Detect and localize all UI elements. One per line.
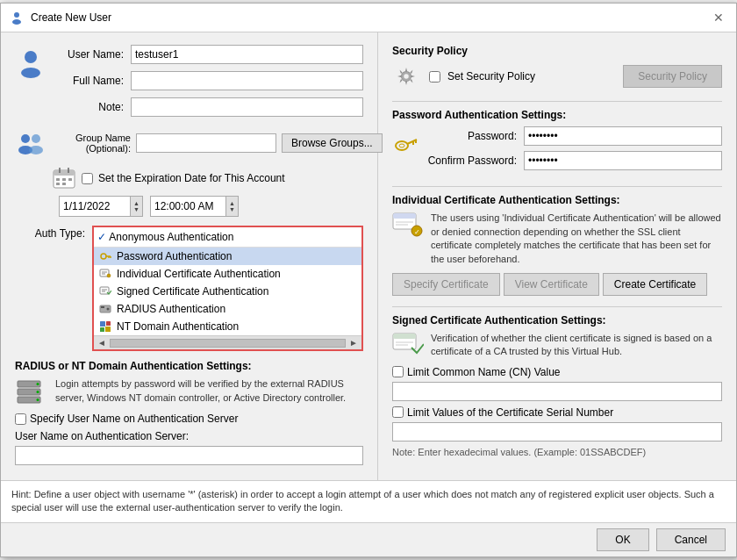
security-policy-button[interactable]: Security Policy <box>623 65 722 88</box>
limit-serial-checkbox[interactable] <box>392 406 404 418</box>
svg-point-39 <box>37 391 39 393</box>
create-certificate-button[interactable]: Create Certificate <box>603 273 707 296</box>
group-name-input[interactable] <box>136 133 276 153</box>
password-auth-title: Password Authentication Settings: <box>392 109 722 121</box>
svg-point-0 <box>14 12 19 18</box>
svg-point-6 <box>32 134 40 143</box>
scroll-thumb[interactable] <box>110 339 346 348</box>
svg-point-44 <box>399 144 404 147</box>
view-certificate-button[interactable]: View Certificate <box>504 273 599 296</box>
note-row: Note: <box>52 97 363 117</box>
limit-cn-checkbox[interactable] <box>392 366 404 377</box>
specify-user-checkbox[interactable] <box>15 413 26 425</box>
date-arrow-down-icon: ▼ <box>133 206 140 212</box>
time-input[interactable] <box>151 197 225 215</box>
svg-rect-31 <box>100 321 105 327</box>
svg-rect-14 <box>68 178 72 181</box>
username-server-input[interactable] <box>15 446 363 465</box>
scroll-right-icon[interactable]: ► <box>349 338 358 348</box>
signed-cert-row: Verification of whether the client certi… <box>392 332 722 359</box>
right-panel: Security Policy <box>378 32 736 479</box>
radius-description-text: Login attempts by password will be verif… <box>55 377 363 405</box>
cert-row: ✓ The users using 'Individual Certificat… <box>392 212 722 266</box>
hint-bar: Hint: Define a user object with username… <box>1 480 736 522</box>
note-input[interactable] <box>131 97 363 117</box>
certificate-icon: ✓ <box>392 212 424 238</box>
group-avatar-icon <box>15 127 47 159</box>
svg-point-1 <box>12 19 21 25</box>
svg-rect-16 <box>62 183 66 185</box>
auth-option-individual-cert[interactable]: Individual Certificate Authentication <box>94 265 361 283</box>
signed-cert-options: Limit Common Name (CN) Value Limit Value… <box>392 366 722 457</box>
fullname-row: Full Name: <box>52 71 363 90</box>
radius-section-title: RADIUS or NT Domain Authentication Setti… <box>15 360 363 372</box>
auth-dropdown-header[interactable]: ✓ Anonymous Authentication <box>94 227 361 247</box>
time-arrow-btn[interactable]: ▲ ▼ <box>225 197 238 216</box>
svg-rect-9 <box>54 170 75 176</box>
auth-option-signed-cert[interactable]: Signed Certificate Authentication <box>94 283 361 300</box>
note-text: Note: Enter hexadecimal values. (Example… <box>392 447 722 457</box>
signed-cert-title: Signed Certificate Authentication Settin… <box>392 314 722 327</box>
specify-user-label: Specify User Name on Authentication Serv… <box>30 413 238 425</box>
username-input[interactable] <box>131 45 363 64</box>
password-fields: Password: Confirm Password: <box>427 126 722 176</box>
auth-type-row: Auth Type: ✓ Anonymous Authentication <box>15 226 363 351</box>
specify-user-option: Specify User Name on Authentication Serv… <box>15 413 363 425</box>
radius-label: RADIUS Authentication <box>117 303 225 315</box>
time-arrow-down-icon: ▼ <box>229 206 235 212</box>
username-server-label: User Name on Authentication Server: <box>15 430 189 442</box>
signed-cert-description: Verification of whether the client certi… <box>431 332 722 359</box>
date-input-container: ▲ ▼ <box>59 196 143 217</box>
individual-cert-label: Individual Certificate Authentication <box>117 268 281 280</box>
cert-description-text: The users using 'Individual Certificate … <box>431 212 722 266</box>
auth-option-nt-domain[interactable]: NT Domain Authentication <box>94 318 361 335</box>
nt-domain-icon <box>99 320 111 333</box>
auth-type-dropdown[interactable]: ✓ Anonymous Authentication Password Au <box>92 226 363 351</box>
limit-cn-input[interactable] <box>392 382 722 401</box>
password-row: Password: Confirm Password: <box>392 126 722 176</box>
limit-cn-option: Limit Common Name (CN) Value <box>392 366 722 378</box>
svg-point-38 <box>37 383 39 385</box>
password-field-row: Password: <box>427 126 722 146</box>
keys-icon <box>392 130 420 158</box>
time-arrow-up-icon: ▲ <box>229 200 235 206</box>
svg-point-4 <box>21 134 30 143</box>
signed-cert-label: Signed Certificate Authentication <box>117 285 268 298</box>
svg-rect-13 <box>62 178 66 181</box>
date-arrow-btn[interactable]: ▲ ▼ <box>130 197 142 216</box>
signed-cert-section: Signed Certificate Authentication Settin… <box>392 314 722 457</box>
password-input[interactable] <box>524 126 722 146</box>
radius-icon <box>99 303 111 315</box>
username-row: User Name: <box>52 45 363 64</box>
auth-option-radius[interactable]: RADIUS Authentication <box>94 300 361 318</box>
svg-point-43 <box>396 141 408 150</box>
confirm-password-label: Confirm Password: <box>427 154 524 167</box>
specify-certificate-button[interactable]: Specify Certificate <box>392 273 500 296</box>
svg-point-17 <box>101 254 106 259</box>
auth-scrollbar: ◄ ► <box>94 335 361 349</box>
cancel-button[interactable]: Cancel <box>656 528 726 551</box>
close-button[interactable]: ✕ <box>710 9 727 26</box>
limit-serial-input[interactable] <box>392 422 722 442</box>
key-icon <box>99 250 111 262</box>
fullname-input[interactable] <box>131 71 363 90</box>
security-policy-row: Set Security Policy Security Policy <box>392 62 722 90</box>
svg-rect-55 <box>393 334 416 339</box>
limit-serial-label: Limit Values of the Certificate Serial N… <box>407 406 613 419</box>
radius-section: RADIUS or NT Domain Authentication Setti… <box>15 360 363 465</box>
svg-point-42 <box>403 73 410 80</box>
scroll-left-icon[interactable]: ◄ <box>97 338 106 348</box>
set-security-policy-checkbox[interactable] <box>429 71 440 83</box>
dialog-icon <box>10 11 24 25</box>
date-input[interactable] <box>60 197 130 215</box>
individual-cert-icon <box>99 268 111 280</box>
confirm-password-input[interactable] <box>524 151 722 170</box>
svg-rect-12 <box>56 178 60 181</box>
note-label: Note: <box>52 101 131 113</box>
browse-groups-button[interactable]: Browse Groups... <box>282 133 383 153</box>
time-input-container: ▲ ▼ <box>150 196 239 217</box>
ok-button[interactable]: OK <box>597 528 648 551</box>
expiration-checkbox[interactable] <box>82 173 93 184</box>
group-name-label: Group Name (Optional): <box>52 133 131 154</box>
auth-option-password[interactable]: Password Authentication <box>94 248 361 265</box>
